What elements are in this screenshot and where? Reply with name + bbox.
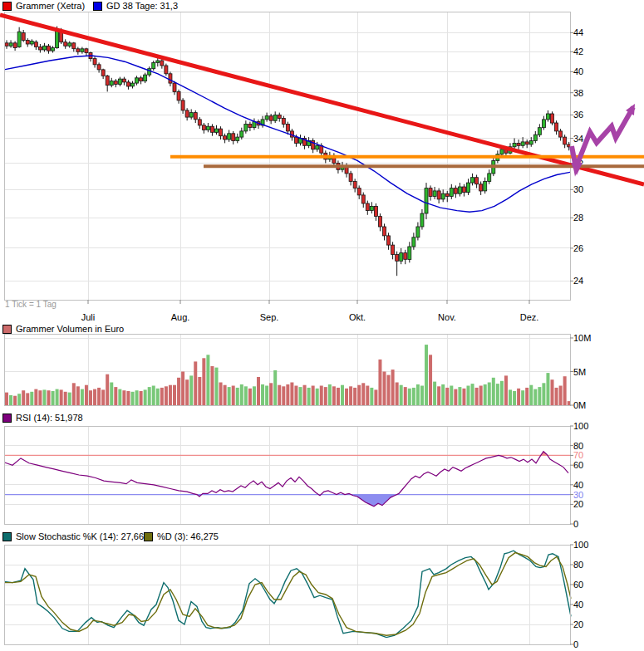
stochastic-panel-border [4,545,570,644]
candle-body [64,42,67,46]
volume-bar [68,393,71,405]
candle-body [219,129,223,136]
volume-bar [484,384,487,405]
volume-bar [152,386,155,406]
volume-bar [500,381,504,405]
candle-body [408,247,411,259]
downtrend-line [0,15,644,184]
candle-body [370,206,373,210]
volume-bar [458,387,461,405]
volume-bar [299,387,302,405]
candle-body [236,137,239,140]
month-axis-label: Dez. [520,312,539,322]
candle-body [525,142,528,144]
candle-body [189,113,193,118]
volume-bar [72,383,76,405]
volume-bar [370,388,373,405]
volume-bar [144,389,147,405]
candle-body [81,49,84,52]
price-axis-label: 26 [573,243,583,253]
candle-body [17,32,21,46]
main-legend: Grammer (Xetra) GD 38 Tage: 31,3 [0,1,644,12]
volume-bar [30,392,33,405]
volume-bar [294,386,297,406]
volume-bar [257,377,260,405]
candle-body [454,188,457,194]
volume-bar [173,385,176,405]
volume-bar [114,387,117,405]
rsi-panel: 1008070604030200 [4,421,588,529]
volume-bar [169,385,172,405]
price-series-legend-item: Grammer (Xetra) [2,1,85,11]
volume-bar [56,389,59,405]
volume-bar [106,374,109,405]
volume-bar [232,386,235,406]
volume-bar [42,389,46,405]
candle-body [475,178,479,184]
candle-body [47,46,51,51]
volume-bar [240,384,243,405]
price-axis-label: 30 [573,184,583,194]
candle-body [433,191,436,197]
volume-bar [349,386,352,405]
volume-bar [64,392,67,405]
volume-bar [383,372,386,406]
ma-series-legend-item: GD 38 Tage: 31,3 [93,1,178,11]
candle-body [244,124,248,131]
candle-body [366,203,369,211]
volume-bar [332,386,336,405]
candle-body [42,46,46,50]
volume-bar [185,379,189,405]
stochastic-axis-label: 40 [573,600,583,609]
candle-body [93,59,96,65]
volume-bar [261,384,264,405]
stochastic-k-legend-item: Slow Stochastic %K (14): 27,669 [2,531,149,541]
candle-body [441,193,445,199]
volume-bar [450,386,453,406]
volume-bar [122,390,125,405]
price-axis-label: 36 [573,110,583,120]
candle-body [101,70,105,76]
candle-body [177,91,180,100]
volume-bar [38,390,42,405]
volume-bar [492,378,495,405]
volume-bar [521,390,524,405]
candle-body [383,227,386,236]
candle-body [156,61,160,62]
volume-bar [391,370,395,405]
volume-bar [189,375,193,405]
candle-body [378,217,381,227]
volume-bar [273,370,277,405]
volume-bar [437,386,440,405]
volume-bar [559,386,563,406]
candle-body [437,191,440,199]
volume-bar [206,355,209,405]
candle-body [286,124,289,131]
candle-body [265,116,268,120]
candle-body [194,113,197,120]
rsi-line [4,452,568,507]
volume-bar [110,383,113,406]
volume-bar [404,387,407,405]
candle-body [97,65,101,70]
candle-body [357,188,361,195]
candle-body [361,195,365,203]
ma-series-swatch [93,2,102,11]
candle-body [538,128,541,135]
candle-body [228,134,231,140]
candle-body [488,174,491,182]
candle-body [85,49,88,53]
volume-bar [400,385,403,405]
volume-bar [316,389,319,405]
candle-body [349,174,352,182]
candle-body [13,43,17,48]
candle-body [546,114,549,120]
candle-body [52,48,55,51]
volume-bar [425,345,428,405]
stochastic-legend: Slow Stochastic %K (14): 27,669 %D (3): … [0,531,644,542]
candle-body [106,76,109,85]
volume-bar [198,377,201,405]
candle-body [169,74,172,83]
stock-chart-page: { "legends": { "main": [ {"label": "Gram… [0,0,644,651]
volume-bar [126,391,130,405]
